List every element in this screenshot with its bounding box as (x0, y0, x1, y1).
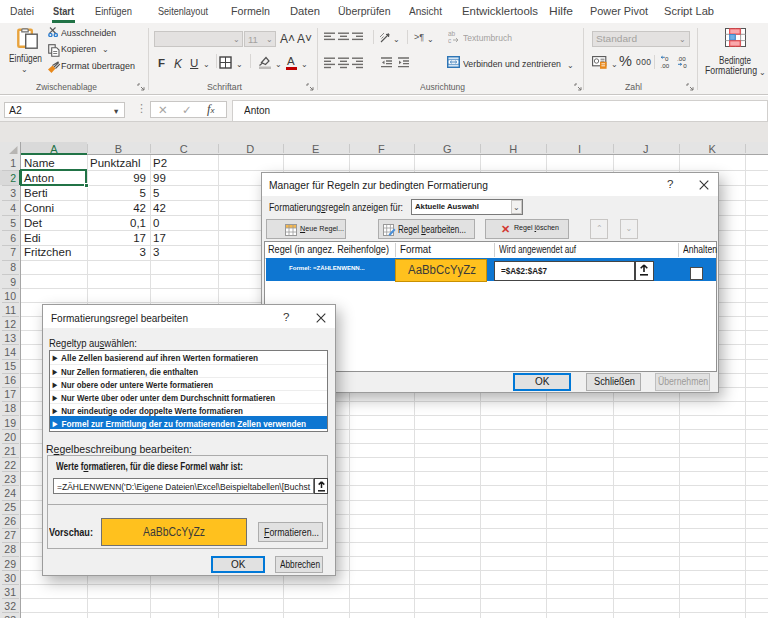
svg-text:.00: .00 (661, 62, 670, 68)
svg-text:c: c (448, 37, 452, 44)
svg-text:0: 0 (683, 62, 687, 68)
